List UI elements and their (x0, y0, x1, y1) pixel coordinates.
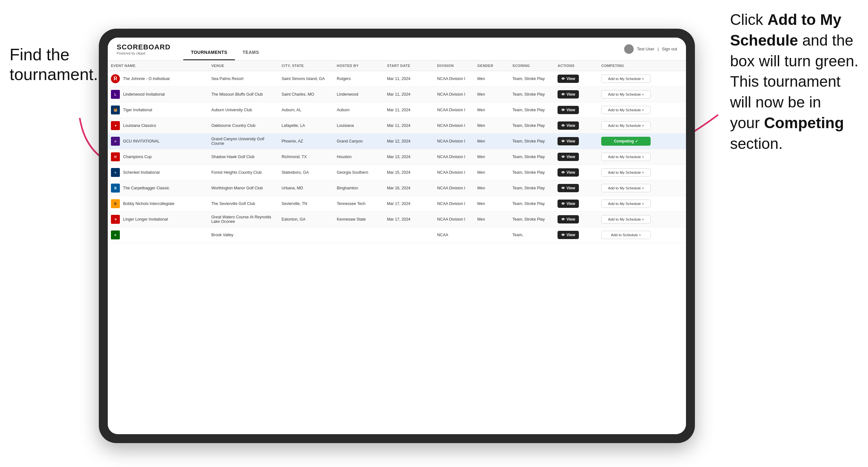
divider: | (658, 46, 658, 51)
view-button[interactable]: 👁View (558, 153, 579, 161)
cell-city: Sevierville, TN (278, 196, 334, 212)
view-button[interactable]: 👁View (558, 137, 579, 145)
cell-venue: Great Waters Course At Reynolds Lake Oco… (208, 212, 278, 227)
event-name: Champions Cup (123, 155, 152, 159)
team-logo: 🐯 (111, 105, 120, 115)
view-button[interactable]: 👁View (558, 231, 579, 239)
col-header-gender: GENDER (474, 61, 509, 71)
cell-date: Mar 17, 2024 (384, 212, 434, 227)
cell-gender: Men (474, 102, 509, 118)
cell-event-name: ⚙ Linger Longer Invitational (108, 212, 208, 227)
add-to-schedule-button[interactable]: Add to My Schedule + (601, 121, 651, 130)
event-name: GCU INVITATIONAL (123, 139, 160, 144)
event-name: Schenkel Invitational (123, 170, 160, 175)
team-logo: L (111, 90, 120, 99)
cell-city: Richmond, TX (278, 149, 334, 165)
nav-tabs: TOURNAMENTS TEAMS (183, 38, 267, 60)
cell-hosted: Grand Canyon (334, 133, 383, 149)
cell-hosted: Tennessee Tech (334, 196, 383, 212)
tab-teams[interactable]: TEAMS (235, 50, 267, 60)
event-name: Bobby Nichols Intercollegiate (123, 201, 174, 206)
app-logo-sub: Powered by clippd (117, 51, 170, 55)
col-header-actions: ACTIONS (554, 61, 598, 71)
cell-scoring: Team, Stroke Play (509, 149, 555, 165)
cell-actions: 👁View (554, 133, 598, 149)
add-to-schedule-button[interactable]: Add to My Schedule + (601, 168, 651, 177)
cell-city: Lafayette, LA (278, 118, 334, 133)
competing-button[interactable]: Competing ✓ (601, 137, 651, 146)
cell-division: NCAA Division I (434, 180, 474, 196)
add-to-schedule-button[interactable]: Add to My Schedule + (601, 153, 651, 161)
eye-icon: 👁 (561, 233, 565, 237)
cell-event-name: R The Johnnie - O Individual (108, 71, 208, 87)
cell-event-name: L Lindenwood Invitational (108, 87, 208, 102)
cell-city: Statesboro, GA (278, 165, 334, 180)
add-to-schedule-button[interactable]: Add to Schedule + (601, 231, 651, 239)
cell-gender: Men (474, 180, 509, 196)
cell-gender: Men (474, 165, 509, 180)
event-name: The Johnnie - O Individual (123, 76, 169, 81)
add-to-schedule-button[interactable]: Add to My Schedule + (601, 90, 651, 98)
cell-event-name: B Bobby Nichols Intercollegiate (108, 196, 208, 212)
col-header-date: START DATE (384, 61, 434, 71)
cell-city (278, 227, 334, 243)
team-logo: H (111, 152, 120, 161)
cell-event-name: 🐯 Tiger Invitational (108, 102, 208, 118)
cell-actions: 👁View (554, 212, 598, 227)
cell-gender: Men (474, 133, 509, 149)
cell-actions: 👁View (554, 87, 598, 102)
cell-date: Mar 12, 2024 (384, 133, 434, 149)
add-to-schedule-button[interactable]: Add to My Schedule + (601, 184, 651, 192)
tab-tournaments[interactable]: TOURNAMENTS (183, 50, 235, 60)
view-button[interactable]: 👁View (558, 168, 579, 177)
cell-scoring: Team, Stroke Play (509, 102, 555, 118)
team-logo: R (111, 74, 120, 83)
cell-actions: 👁View (554, 196, 598, 212)
sign-out-link[interactable]: Sign out (662, 46, 677, 51)
cell-date: Mar 11, 2024 (384, 118, 434, 133)
cell-venue: Brook Valley (208, 227, 278, 243)
view-button[interactable]: 👁View (558, 90, 579, 98)
add-to-schedule-button[interactable]: Add to My Schedule + (601, 199, 651, 208)
team-logo: B (111, 184, 120, 192)
cell-date: Mar 11, 2024 (384, 71, 434, 87)
user-avatar (624, 44, 634, 54)
view-button[interactable]: 👁View (558, 184, 579, 192)
cell-date: Mar 17, 2024 (384, 196, 434, 212)
app-logo: SCOREBOARD (117, 43, 170, 51)
add-to-schedule-button[interactable]: Add to My Schedule + (601, 215, 651, 223)
cell-venue: The Sevierville Golf Club (208, 196, 278, 212)
cell-city: Phoenix, AZ (278, 133, 334, 149)
table-row: S Schenkel Invitational Forest Heights C… (108, 165, 686, 180)
event-name: Lindenwood Invitational (123, 92, 165, 97)
cell-venue: Forest Heights Country Club (208, 165, 278, 180)
view-button[interactable]: 👁View (558, 106, 579, 114)
team-logo: B (111, 230, 120, 240)
cell-date (384, 227, 434, 243)
view-button[interactable]: 👁View (558, 215, 579, 223)
cell-venue: Oakbourne Country Club (208, 118, 278, 133)
col-header-competing: COMPETING (598, 61, 686, 71)
eye-icon: 👁 (561, 202, 565, 206)
cell-competing: Add to My Schedule + (598, 102, 686, 118)
cell-hosted: Auburn (334, 102, 383, 118)
table-row: B The Carpetbagger Classic Worthington M… (108, 180, 686, 196)
view-button[interactable]: 👁View (558, 199, 579, 208)
cell-date: Mar 16, 2024 (384, 180, 434, 196)
add-to-schedule-button[interactable]: Add to My Schedule + (601, 106, 651, 114)
add-to-schedule-button[interactable]: Add to My Schedule + (601, 74, 651, 83)
view-button[interactable]: 👁View (558, 121, 579, 130)
cell-scoring: Team, Stroke Play (509, 133, 555, 149)
cell-actions: 👁View (554, 180, 598, 196)
cell-division: NCAA Division I (434, 102, 474, 118)
cell-division: NCAA Division I (434, 196, 474, 212)
view-button[interactable]: 👁View (558, 74, 579, 83)
table-row: H Champions Cup Shadow Hawk Golf ClubRic… (108, 149, 686, 165)
table-row: L Lindenwood Invitational The Missouri B… (108, 87, 686, 102)
col-header-event: EVENT NAME (108, 61, 208, 71)
cell-competing: Add to My Schedule + (598, 180, 686, 196)
annotation-left: Find thetournament. (9, 44, 98, 85)
cell-gender (474, 227, 509, 243)
table-row: 🐯 Tiger Invitational Auburn University C… (108, 102, 686, 118)
cell-event-name: G GCU INVITATIONAL (108, 133, 208, 149)
